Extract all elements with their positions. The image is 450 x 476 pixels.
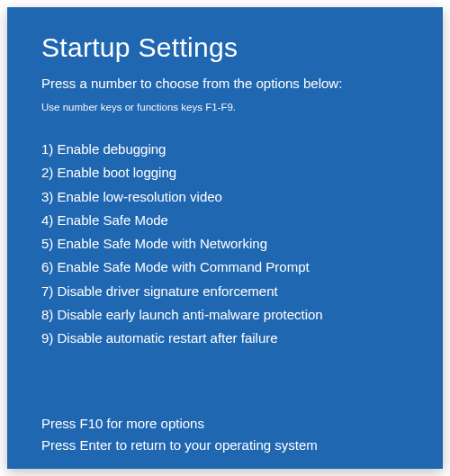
startup-settings-screen: Startup Settings Press a number to choos… — [7, 7, 443, 469]
return-hint: Press Enter to return to your operating … — [41, 435, 409, 456]
option-number: 6) — [41, 259, 53, 274]
option-enable-safe-mode-networking[interactable]: 5) Enable Safe Mode with Networking — [41, 232, 409, 256]
option-label: Enable boot logging — [58, 165, 177, 180]
option-enable-safe-mode-command-prompt[interactable]: 6) Enable Safe Mode with Command Prompt — [41, 256, 409, 279]
options-list: 1) Enable debugging 2) Enable boot loggi… — [41, 138, 409, 350]
option-number: 8) — [41, 307, 53, 322]
option-disable-early-launch-antimalware[interactable]: 8) Disable early launch anti-malware pro… — [41, 303, 409, 327]
more-options-hint: Press F10 for more options — [41, 413, 409, 435]
option-number: 1) — [41, 141, 53, 157]
option-disable-automatic-restart[interactable]: 9) Disable automatic restart after failu… — [41, 327, 409, 350]
option-number: 2) — [41, 165, 53, 180]
option-label: Enable Safe Mode with Command Prompt — [58, 259, 310, 274]
footer-instructions: Press F10 for more options Press Enter t… — [41, 413, 409, 456]
option-enable-debugging[interactable]: 1) Enable debugging — [41, 138, 409, 161]
option-number: 5) — [41, 236, 53, 251]
option-label: Enable low-resolution video — [58, 189, 222, 204]
option-label: Disable driver signature enforcement — [58, 283, 278, 299]
option-label: Disable early launch anti-malware protec… — [58, 307, 323, 322]
option-enable-low-resolution-video[interactable]: 3) Enable low-resolution video — [41, 185, 409, 209]
option-number: 3) — [41, 189, 53, 204]
option-label: Enable Safe Mode — [58, 212, 168, 228]
option-disable-driver-signature-enforcement[interactable]: 7) Disable driver signature enforcement — [41, 280, 409, 303]
option-label: Disable automatic restart after failure — [58, 330, 278, 346]
option-number: 9) — [41, 330, 53, 346]
option-enable-safe-mode[interactable]: 4) Enable Safe Mode — [41, 209, 409, 232]
option-number: 4) — [41, 212, 53, 228]
page-title: Startup Settings — [41, 32, 409, 63]
option-label: Enable debugging — [58, 141, 166, 157]
sub-instruction-text: Use number keys or functions keys F1-F9. — [41, 102, 409, 112]
option-number: 7) — [41, 283, 53, 299]
instruction-text: Press a number to choose from the option… — [41, 76, 409, 91]
option-label: Enable Safe Mode with Networking — [58, 236, 267, 251]
option-enable-boot-logging[interactable]: 2) Enable boot logging — [41, 161, 409, 184]
